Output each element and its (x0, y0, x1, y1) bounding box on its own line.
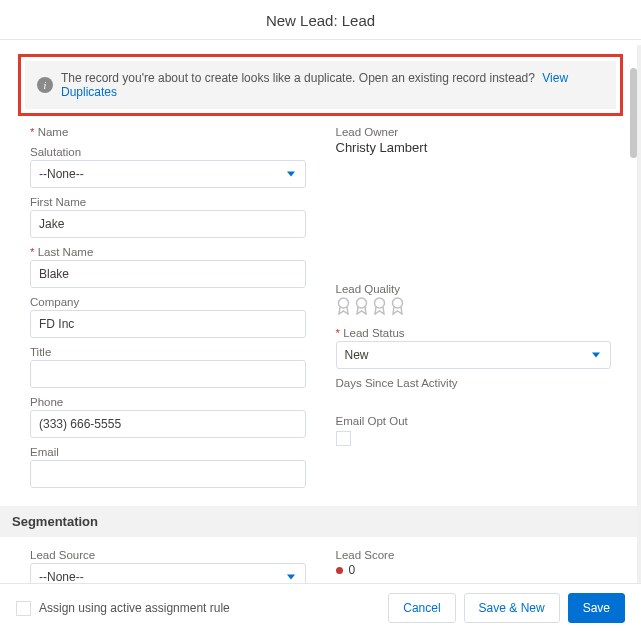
duplicate-banner: i The record you're about to create look… (25, 61, 616, 109)
optout-label: Email Opt Out (336, 415, 612, 427)
quality-label: Lead Quality (336, 283, 612, 295)
lead-score-label: Lead Score (336, 549, 612, 561)
status-select[interactable]: New (336, 341, 612, 369)
score-dot-icon (336, 567, 343, 574)
last-name-label: Last Name (30, 246, 306, 258)
lead-score-value-row: 0 (336, 563, 612, 577)
company-label: Company (30, 296, 306, 308)
salutation-select[interactable]: --None-- (30, 160, 306, 188)
status-value: New (345, 348, 369, 362)
email-label: Email (30, 446, 306, 458)
banner-message: The record you're about to create looks … (61, 71, 535, 85)
duplicate-banner-highlight: i The record you're about to create look… (18, 54, 623, 116)
ribbon-icon (372, 297, 387, 315)
status-label: Lead Status (336, 327, 612, 339)
modal-title: New Lead: Lead (0, 0, 641, 40)
svg-point-0 (338, 298, 348, 308)
phone-input[interactable] (30, 410, 306, 438)
phone-label: Phone (30, 396, 306, 408)
assign-rule-row[interactable]: Assign using active assignment rule (16, 599, 230, 616)
svg-point-1 (356, 298, 366, 308)
ribbon-icon (390, 297, 405, 315)
svg-point-2 (374, 298, 384, 308)
right-column: Lead Owner Christy Lambert Lead Quality … (336, 126, 612, 496)
first-name-input[interactable] (30, 210, 306, 238)
save-button[interactable]: Save (568, 593, 625, 623)
last-name-input[interactable] (30, 260, 306, 288)
ribbon-icon (354, 297, 369, 315)
name-label: Name (30, 126, 306, 138)
modal-footer: Assign using active assignment rule Canc… (0, 583, 641, 631)
optout-checkbox[interactable] (336, 431, 351, 446)
assign-label: Assign using active assignment rule (39, 601, 230, 615)
owner-name: Christy Lambert (336, 140, 612, 155)
salutation-label: Salutation (30, 146, 306, 158)
quality-badges (336, 297, 612, 315)
scroll-track (637, 45, 641, 583)
days-label: Days Since Last Activity (336, 377, 612, 389)
email-input[interactable] (30, 460, 306, 488)
salutation-value: --None-- (39, 167, 84, 181)
form-scroll-area[interactable]: i The record you're about to create look… (0, 40, 641, 590)
assign-checkbox[interactable] (16, 601, 31, 616)
first-name-label: First Name (30, 196, 306, 208)
owner-label: Lead Owner (336, 126, 612, 138)
lead-source-value: --None-- (39, 570, 84, 584)
company-input[interactable] (30, 310, 306, 338)
segmentation-header: Segmentation (0, 506, 641, 537)
banner-text: The record you're about to create looks … (61, 71, 604, 99)
lead-source-label: Lead Source (30, 549, 306, 561)
title-input[interactable] (30, 360, 306, 388)
title-label: Title (30, 346, 306, 358)
lead-score-value: 0 (349, 563, 356, 577)
ribbon-icon (336, 297, 351, 315)
scrollbar-thumb[interactable] (630, 68, 637, 158)
save-and-new-button[interactable]: Save & New (464, 593, 560, 623)
info-icon: i (37, 77, 53, 93)
svg-point-3 (392, 298, 402, 308)
left-column: Name Salutation --None-- First Name Last… (30, 126, 306, 496)
cancel-button[interactable]: Cancel (388, 593, 455, 623)
